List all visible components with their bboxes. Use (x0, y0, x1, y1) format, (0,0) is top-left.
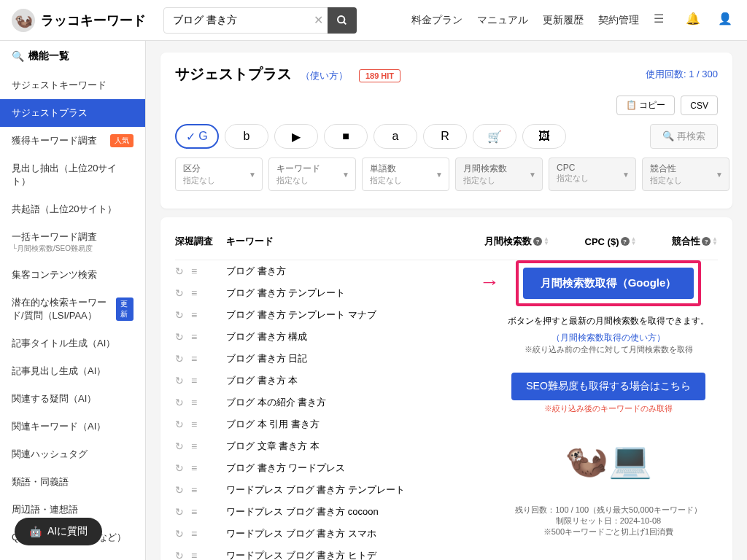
usage-count: 使用回数: 1 / 300 (646, 68, 718, 81)
fetch-volume-button[interactable]: 月間検索数取得（Google） (523, 268, 694, 299)
menu-icon[interactable]: ≡ (191, 440, 197, 452)
keyword-text[interactable]: ブログ 書き方 本 (226, 374, 484, 387)
table-row: ↻≡ワードプレス ブログ 書き方 ヒトデ (175, 545, 484, 560)
th-volume[interactable]: 月間検索数?▲▼ (484, 235, 549, 248)
reload-icon[interactable]: ↻ (175, 287, 184, 299)
sidebar-item-10[interactable]: 関連する疑問（AI） (0, 385, 145, 413)
th-comp[interactable]: 競合性?▲▼ (672, 235, 718, 248)
reload-icon[interactable]: ↻ (175, 375, 184, 386)
keyword-text[interactable]: ブログ 書き方 テンプレート (226, 287, 484, 300)
menu-icon[interactable]: ≡ (191, 506, 197, 518)
menu-icon[interactable]: ☰ (654, 12, 671, 29)
engine-tab-6[interactable]: 🛒 (473, 124, 516, 149)
csv-button[interactable]: CSV (681, 96, 718, 115)
engine-tab-7[interactable]: 🖼 (522, 124, 566, 149)
reload-icon[interactable]: ↻ (175, 397, 184, 408)
logo[interactable]: 🦦 ラッコキーワード (12, 9, 146, 32)
ai-chat-button[interactable]: 🤖 AIに質問 (15, 518, 102, 545)
keyword-text[interactable]: ブログ 文章 書き方 本 (226, 440, 484, 453)
engine-tab-0[interactable]: G (175, 124, 219, 149)
engine-tab-1[interactable]: b (225, 124, 268, 149)
keyword-text[interactable]: ワードプレス ブログ 書き方 cocoon (226, 505, 484, 518)
th-deep: 深堀調査 (175, 235, 226, 248)
sidebar-item-8[interactable]: 記事タイトル生成（AI） (0, 330, 145, 357)
menu-icon[interactable]: ≡ (191, 353, 197, 365)
menu-icon[interactable]: ≡ (191, 265, 197, 277)
seo-button[interactable]: SEO難易度も取得する場合はこちら (511, 373, 705, 400)
menu-icon[interactable]: ≡ (191, 484, 197, 496)
search-input[interactable] (163, 7, 331, 34)
user-icon[interactable]: 👤 (718, 12, 735, 29)
menu-icon[interactable]: ≡ (191, 375, 197, 386)
keyword-text[interactable]: ブログ 書き方 構成 (226, 330, 484, 343)
search-button[interactable] (328, 7, 357, 34)
filter-1[interactable]: キーワード指定なし▼ (268, 158, 356, 191)
sidebar-item-12[interactable]: 関連ハッシュタグ (0, 440, 145, 468)
panel-usage-link[interactable]: （月間検索数取得の使い方） (551, 332, 665, 343)
menu-icon[interactable]: ≡ (191, 528, 197, 540)
reload-icon[interactable]: ↻ (175, 462, 184, 474)
sidebar-item-6[interactable]: 集客コンテンツ検索 (0, 261, 145, 289)
sidebar-item-4[interactable]: 共起語（上位20サイト） (0, 195, 145, 223)
reload-icon[interactable]: ↻ (175, 484, 184, 496)
engine-tab-4[interactable]: a (374, 124, 417, 149)
table-row: ↻≡ブログ 書き方 日記 (175, 348, 484, 370)
keyword-text[interactable]: ワードプレス ブログ 書き方 スマホ (226, 527, 484, 540)
sidebar-item-7[interactable]: 潜在的な検索キーワード/質問（LSI/PAA）更新 (0, 289, 145, 330)
filter-0[interactable]: 区分指定なし▼ (175, 158, 263, 191)
reload-icon[interactable]: ↻ (175, 331, 184, 343)
sidebar-item-13[interactable]: 類語・同義語 (0, 468, 145, 496)
reload-icon[interactable]: ↻ (175, 353, 184, 365)
th-keyword: キーワード (226, 235, 484, 248)
menu-icon[interactable]: ≡ (191, 287, 197, 299)
menu-icon[interactable]: ≡ (191, 419, 197, 430)
nav-updates[interactable]: 更新履歴 (543, 14, 584, 27)
table-row: ↻≡ブログ 本 引用 書き方 (175, 413, 484, 435)
menu-icon[interactable]: ≡ (191, 462, 197, 474)
th-cpc[interactable]: CPC ($)?▲▼ (585, 235, 637, 248)
engine-tab-3[interactable]: ■ (324, 124, 368, 149)
sidebar-item-5[interactable]: 一括キーワード調査└月間検索数/SEO難易度 (0, 223, 145, 261)
sidebar-item-0[interactable]: サジェストキーワード (0, 71, 145, 99)
keyword-text[interactable]: ワードプレス ブログ 書き方 ヒトデ (226, 549, 484, 560)
sidebar-item-1[interactable]: サジェストプラス (0, 99, 145, 127)
nav-manual[interactable]: マニュアル (477, 14, 528, 27)
search-icon: 🔍 (12, 50, 24, 62)
sidebar-item-9[interactable]: 記事見出し生成（AI） (0, 357, 145, 385)
keyword-text[interactable]: ブログ 書き方 テンプレート マナブ (226, 308, 484, 322)
menu-icon[interactable]: ≡ (191, 309, 197, 321)
keyword-text[interactable]: ブログ 書き方 ワードプレス (226, 462, 484, 475)
sidebar-item-16[interactable]: Googleトレンド (0, 551, 145, 560)
engine-tab-5[interactable]: R (423, 124, 467, 149)
reload-icon[interactable]: ↻ (175, 265, 184, 277)
reload-icon[interactable]: ↻ (175, 550, 184, 560)
search-clear-icon[interactable]: ✕ (314, 13, 323, 27)
nav-pricing[interactable]: 料金プラン (411, 14, 462, 27)
reload-icon[interactable]: ↻ (175, 440, 184, 452)
filter-2[interactable]: 単語数指定なし▼ (362, 158, 449, 191)
sidebar-item-3[interactable]: 見出し抽出（上位20サイト） (0, 155, 145, 195)
keyword-text[interactable]: ブログ 本の紹介 書き方 (226, 396, 484, 409)
research-button[interactable]: 🔍 再検索 (650, 124, 718, 149)
svg-line-1 (344, 22, 346, 24)
nav-contract[interactable]: 契約管理 (598, 14, 639, 27)
menu-icon[interactable]: ≡ (191, 331, 197, 343)
engine-tab-2[interactable]: ▶ (274, 124, 318, 149)
reload-icon[interactable]: ↻ (175, 309, 184, 321)
table-row: ↻≡ブログ 本の紹介 書き方 (175, 392, 484, 413)
sidebar-item-2[interactable]: 獲得キーワード調査人気 (0, 127, 145, 155)
usage-link[interactable]: （使い方） (301, 70, 348, 81)
filter-3: 月間検索数指定なし▼ (455, 158, 543, 191)
keyword-text[interactable]: ブログ 書き方 日記 (226, 352, 484, 365)
bell-icon[interactable]: 🔔 (686, 12, 703, 29)
reload-icon[interactable]: ↻ (175, 528, 184, 540)
menu-icon[interactable]: ≡ (191, 550, 197, 560)
copy-button[interactable]: 📋 コピー (616, 96, 675, 115)
keyword-text[interactable]: ブログ 書き方 (226, 265, 484, 278)
reload-icon[interactable]: ↻ (175, 506, 184, 518)
keyword-text[interactable]: ブログ 本 引用 書き方 (226, 418, 484, 431)
reload-icon[interactable]: ↻ (175, 419, 184, 430)
menu-icon[interactable]: ≡ (191, 397, 197, 408)
keyword-text[interactable]: ワードプレス ブログ 書き方 テンプレート (226, 483, 484, 497)
sidebar-item-11[interactable]: 関連キーワード（AI） (0, 413, 145, 440)
